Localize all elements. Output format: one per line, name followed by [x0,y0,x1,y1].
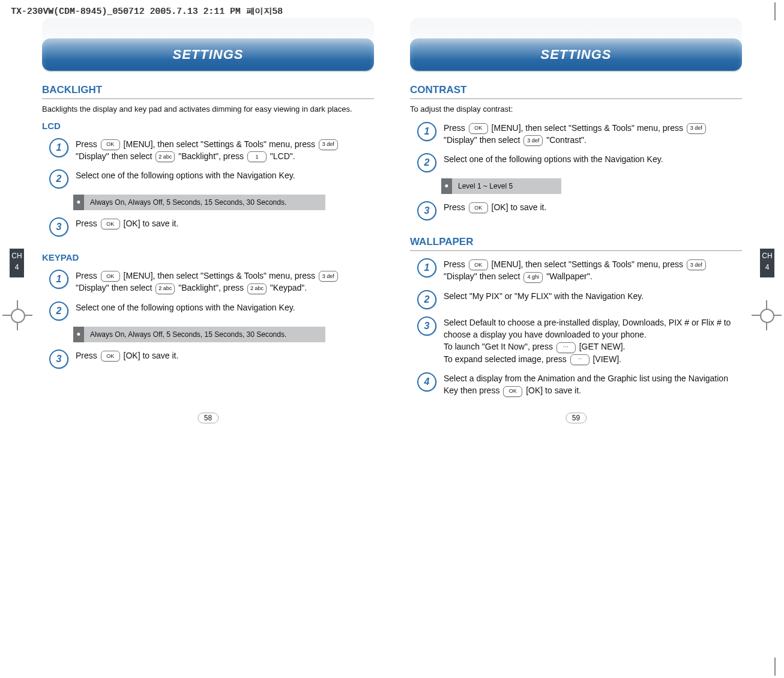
ok-key-icon: OK [503,386,522,397]
step-number-icon: 2 [417,290,436,309]
ok-key-icon: OK [469,123,488,134]
step-text: Select one of the following options with… [444,153,663,165]
page-spread: CH 4 SETTINGS BACKLIGHT Backlights the d… [0,20,784,439]
step-number-icon: 2 [417,153,436,172]
page-number-right: 59 [565,413,586,423]
chapter-tab-right: CH 4 [760,249,774,277]
key-3-icon: 3 def [687,123,706,134]
key-2-icon: 2 abc [247,283,267,294]
ok-key-icon: OK [101,351,120,362]
note-text: Level 1 ~ Level 5 [452,178,561,194]
step-text: Select one of the following options with… [76,169,295,181]
subsection-keypad: KEYPAD [42,252,374,262]
step-number-icon: 4 [417,372,436,392]
step-number-icon: 1 [417,122,436,141]
bullet-icon: • [73,327,84,342]
step-number-icon: 3 [49,350,68,369]
left-softkey-icon: ⋅⋅ [570,354,590,365]
keypad-step-3: 3 Press OK [OK] to save it. [49,350,374,369]
step-text: Press OK [OK] to save it. [444,201,546,213]
wallpaper-step-1: 1 Press OK [MENU], then select "Settings… [417,258,742,283]
section-backlight: BACKLIGHT [42,84,374,99]
key-2-icon: 2 abc [155,151,175,162]
contrast-options-note: • Level 1 ~ Level 5 [441,178,561,194]
contrast-step-2: 2 Select one of the following options wi… [417,153,742,172]
ok-key-icon: OK [101,139,120,150]
lcd-step-2: 2 Select one of the following options wi… [49,169,374,189]
page-number-left: 58 [198,413,219,423]
section-contrast: CONTRAST [410,84,742,99]
key-3-icon: 3 def [523,135,543,146]
step-number-icon: 2 [49,169,68,189]
step-number-icon: 3 [417,316,436,336]
subsection-lcd: LCD [42,121,374,131]
contrast-intro: To adjust the display contrast: [410,104,742,115]
banner-settings-left: SETTINGS [42,38,374,71]
lcd-step-1: 1 Press OK [MENU], then select "Settings… [49,138,374,163]
banner-settings-right: SETTINGS [410,38,742,71]
step-text: Press OK [MENU], then select "Settings &… [76,270,374,294]
step-text: Press OK [OK] to save it. [76,217,178,229]
step-number-icon: 1 [49,270,68,289]
key-4-icon: 4 ghi [523,272,543,283]
step-text: Press OK [OK] to save it. [76,350,178,362]
ok-key-icon: OK [469,202,488,213]
print-job-header: TX-230VW(CDM-8945)_050712 2005.7.13 2:11… [0,0,784,20]
page-left: CH 4 SETTINGS BACKLIGHT Backlights the d… [42,38,374,403]
backlight-intro: Backlights the display and key pad and a… [42,104,374,115]
step-number-icon: 1 [49,138,68,157]
lcd-options-note: • Always On, Always Off, 5 Seconds, 15 S… [73,195,325,210]
note-text: Always On, Always Off, 5 Seconds, 15 Sec… [84,327,325,342]
step-text: Press OK [MENU], then select "Settings &… [444,122,742,147]
note-text: Always On, Always Off, 5 Seconds, 15 Sec… [84,195,325,210]
lcd-step-3: 3 Press OK [OK] to save it. [49,217,374,237]
step-text: Press OK [MENU], then select "Settings &… [444,258,742,283]
contrast-step-1: 1 Press OK [MENU], then select "Settings… [417,122,742,147]
key-3-icon: 3 def [687,259,706,270]
key-2-icon: 2 abc [155,283,175,294]
section-wallpaper: WALLPAPER [410,236,742,251]
step-text: Select one of the following options with… [76,301,295,313]
contrast-step-3: 3 Press OK [OK] to save it. [417,201,742,220]
step-text: Select a display from the Animation and … [444,372,742,397]
keypad-options-note: • Always On, Always Off, 5 Seconds, 15 S… [73,327,325,342]
right-softkey-icon: ⋯ [556,342,576,353]
key-3-icon: 3 def [319,139,338,150]
wallpaper-step-3: 3 Select Default to choose a pre-install… [417,316,742,365]
bullet-icon: • [441,178,452,194]
key-1-icon: 1 [247,151,267,162]
wallpaper-step-2: 2 Select "My PIX" or "My FLIX" with the … [417,290,742,309]
keypad-step-1: 1 Press OK [MENU], then select "Settings… [49,270,374,294]
key-3-icon: 3 def [319,271,338,282]
page-right: CH 4 SETTINGS CONTRAST To adjust the dis… [410,38,742,403]
keypad-step-2: 2 Select one of the following options wi… [49,301,374,321]
ok-key-icon: OK [101,271,120,282]
wallpaper-step-4: 4 Select a display from the Animation an… [417,372,742,397]
chapter-tab-left: CH 4 [10,249,24,277]
step-number-icon: 3 [417,201,436,220]
step-number-icon: 2 [49,301,68,321]
step-text: Select Default to choose a pre-installed… [444,316,742,365]
bullet-icon: • [73,195,84,210]
step-number-icon: 3 [49,217,68,237]
step-number-icon: 1 [417,258,436,277]
ok-key-icon: OK [101,219,120,229]
ok-key-icon: OK [469,259,488,270]
step-text: Select "My PIX" or "My FLIX" with the Na… [444,290,644,302]
step-text: Press OK [MENU], then select "Settings &… [76,138,374,163]
